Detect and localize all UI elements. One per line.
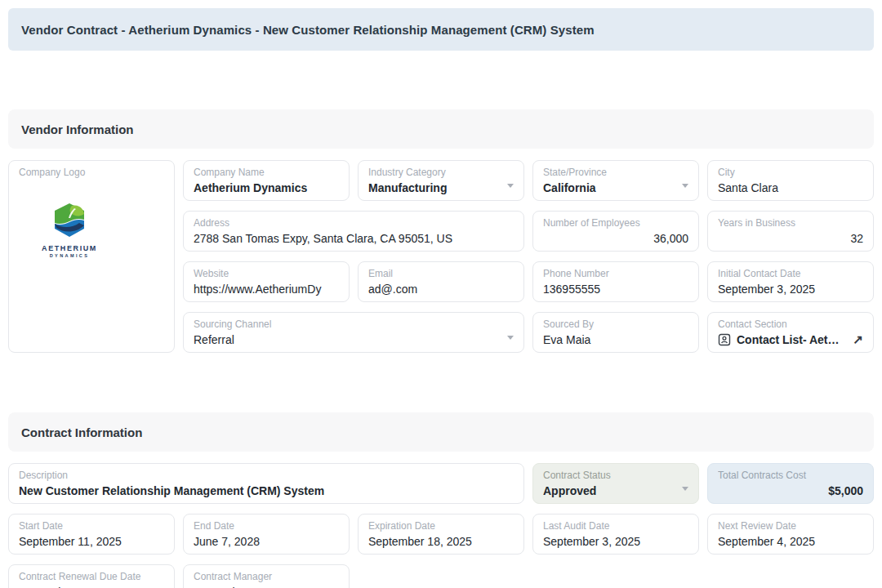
sourced-by-label: Sourced By: [543, 318, 688, 330]
company-name-value: Aetherium Dynamics: [194, 180, 339, 196]
sourced-by-value: Eva Maia: [543, 332, 688, 348]
next-review-date-label: Next Review Date: [718, 520, 863, 532]
initial-contact-date-value: September 3, 2025: [718, 281, 863, 297]
vendor-fields-grid: Company Logo AETHERIUM DYNAMICS Company …: [8, 160, 874, 353]
years-in-business-field[interactable]: Years in Business 32: [707, 211, 874, 252]
external-link-icon[interactable]: ↗: [853, 332, 863, 347]
contract-renewal-due-date-label: Contract Renewal Due Date: [19, 571, 164, 582]
next-review-date-value: September 4, 2025: [718, 533, 863, 550]
company-logo: AETHERIUM DYNAMICS: [30, 203, 109, 258]
last-audit-date-label: Last Audit Date: [543, 520, 688, 532]
contract-status-label: Contract Status: [543, 470, 675, 481]
phone-number-value: 136955555: [543, 281, 688, 297]
end-date-field[interactable]: End Date June 7, 2028: [183, 514, 350, 555]
logo-company-subname: DYNAMICS: [30, 253, 109, 258]
last-audit-date-value: September 3, 2025: [543, 533, 688, 550]
initial-contact-date-field[interactable]: Initial Contact Date September 3, 2025: [707, 261, 874, 302]
number-of-employees-value: 36,000: [543, 230, 688, 247]
contract-status-select[interactable]: Contract Status Approved: [532, 463, 699, 504]
vendor-section-header: Vendor Information: [8, 109, 874, 149]
contract-section-header: Contract Information: [8, 412, 874, 452]
contract-manager-label: Contract Manager: [194, 571, 339, 582]
description-field[interactable]: Description New Customer Relationship Ma…: [8, 463, 524, 504]
number-of-employees-label: Number of Employees: [543, 217, 688, 229]
vendor-information-section: Vendor Information Company Logo AETHERIU…: [0, 109, 882, 353]
company-logo-label: Company Logo: [19, 167, 164, 178]
chevron-down-icon: [507, 184, 514, 188]
sourcing-channel-select[interactable]: Sourcing Channel Referral: [183, 312, 524, 353]
contact-section-label: Contact Section: [718, 318, 863, 330]
years-in-business-label: Years in Business: [718, 217, 863, 229]
description-value: New Customer Relationship Management (CR…: [19, 483, 514, 499]
end-date-value: June 7, 2028: [194, 533, 339, 550]
address-field[interactable]: Address 2788 San Tomas Expy, Santa Clara…: [183, 211, 524, 252]
logo-company-name: AETHERIUM: [30, 244, 109, 252]
aetherium-logo-emblem: [50, 203, 89, 238]
description-label: Description: [19, 470, 514, 481]
email-label: Email: [368, 268, 514, 279]
contract-fields-grid: Description New Customer Relationship Ma…: [8, 463, 874, 588]
city-label: City: [718, 167, 863, 178]
state-province-select[interactable]: State/Province California: [532, 160, 699, 201]
website-value: https://www.AetheriumDy: [194, 281, 339, 297]
city-field[interactable]: City Santa Clara: [707, 160, 874, 201]
expiration-date-value: September 18, 2025: [368, 533, 514, 550]
start-date-value: September 11, 2025: [19, 533, 164, 550]
page-title-bar: Vendor Contract - Aetherium Dynamics - N…: [8, 8, 874, 51]
company-name-field[interactable]: Company Name Aetherium Dynamics: [183, 160, 350, 201]
chevron-down-icon: [682, 487, 688, 491]
expiration-date-label: Expiration Date: [368, 520, 514, 532]
years-in-business-value: 32: [718, 230, 863, 247]
email-field[interactable]: Email ad@.com: [358, 261, 524, 302]
start-date-label: Start Date: [19, 520, 164, 532]
end-date-label: End Date: [194, 520, 339, 532]
industry-category-label: Industry Category: [368, 167, 501, 178]
total-contracts-cost-field: Total Contracts Cost $5,000: [707, 463, 874, 504]
expiration-date-field[interactable]: Expiration Date September 18, 2025: [358, 514, 524, 555]
number-of-employees-field[interactable]: Number of Employees 36,000: [532, 211, 699, 252]
contact-section-value: Contact List- Aet…: [737, 332, 847, 348]
last-audit-date-field[interactable]: Last Audit Date September 3, 2025: [532, 514, 699, 555]
chevron-down-icon: [682, 184, 688, 188]
next-review-date-field[interactable]: Next Review Date September 4, 2025: [707, 514, 874, 555]
sourcing-channel-label: Sourcing Channel: [194, 318, 501, 330]
total-contracts-cost-value: $5,000: [718, 483, 863, 499]
vendor-section-title: Vendor Information: [21, 122, 134, 136]
contract-renewal-due-date-field[interactable]: Contract Renewal Due Date September 3, 2…: [8, 564, 175, 588]
phone-number-field[interactable]: Phone Number 136955555: [532, 261, 699, 302]
contract-information-section: Contract Information Description New Cus…: [0, 412, 882, 588]
email-value: ad@.com: [368, 281, 514, 297]
contract-manager-value: Eva Maia: [194, 584, 339, 588]
website-label: Website: [194, 268, 339, 279]
contract-status-value: Approved: [543, 483, 675, 499]
sourced-by-field[interactable]: Sourced By Eva Maia: [532, 312, 699, 353]
address-value: 2788 San Tomas Expy, Santa Clara, CA 950…: [194, 230, 514, 247]
contract-manager-field[interactable]: Contract Manager Eva Maia: [183, 564, 350, 588]
company-name-label: Company Name: [194, 167, 339, 178]
contract-renewal-due-date-value: September 3, 2025: [19, 584, 164, 588]
industry-category-select[interactable]: Industry Category Manufacturing: [358, 160, 524, 201]
contact-card-icon: [718, 333, 731, 346]
contact-section-field[interactable]: Contact Section Contact List- Aet… ↗: [707, 312, 874, 353]
sourcing-channel-value: Referral: [194, 332, 501, 348]
state-province-value: California: [543, 180, 675, 196]
address-label: Address: [194, 217, 514, 229]
website-field[interactable]: Website https://www.AetheriumDy: [183, 261, 350, 302]
industry-category-value: Manufacturing: [368, 180, 501, 196]
city-value: Santa Clara: [718, 180, 863, 196]
initial-contact-date-label: Initial Contact Date: [718, 268, 863, 279]
chevron-down-icon: [507, 336, 514, 340]
state-province-label: State/Province: [543, 167, 675, 178]
start-date-field[interactable]: Start Date September 11, 2025: [8, 514, 175, 555]
total-contracts-cost-label: Total Contracts Cost: [718, 470, 863, 481]
contract-section-title: Contract Information: [21, 425, 142, 439]
company-logo-field[interactable]: Company Logo AETHERIUM DYNAMICS: [8, 160, 175, 353]
page-title: Vendor Contract - Aetherium Dynamics - N…: [21, 23, 595, 37]
phone-number-label: Phone Number: [543, 268, 688, 279]
